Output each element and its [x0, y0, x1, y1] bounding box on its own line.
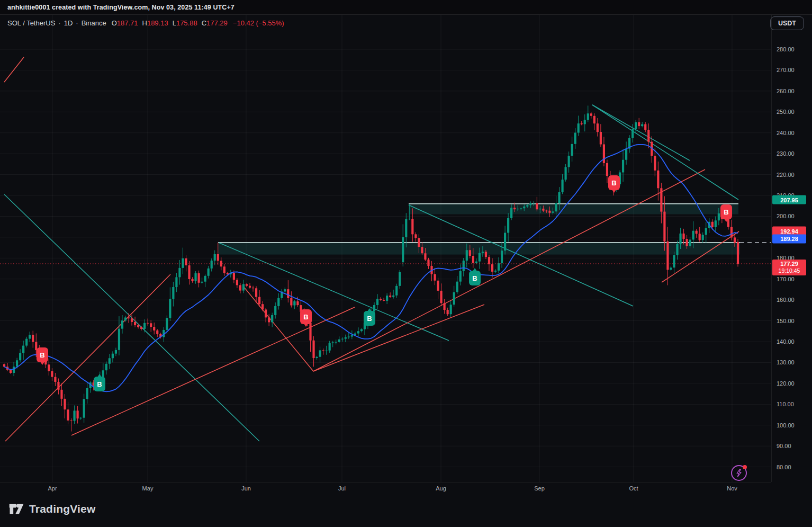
ohlc-key: L [173, 19, 176, 27]
ohlc-item: C177.29 [202, 19, 228, 27]
price-badge: 177.2919:10:45 [772, 260, 806, 275]
badge-price: 177.29 [780, 261, 798, 267]
price-badge: 189.28 [772, 234, 806, 243]
badge-price: 189.28 [780, 236, 798, 242]
change-value: −10.42 (−5.55%) [233, 19, 284, 27]
ohlc-key: C [202, 19, 206, 27]
month-label: Jul [338, 485, 346, 492]
svg-text:B: B [472, 274, 477, 282]
price-tick-label: 80.00 [777, 464, 791, 470]
notification-dot [743, 465, 747, 469]
price-tick-label: 90.00 [777, 443, 791, 449]
ohlc-values: O187.71H189.13L175.88C177.29 [112, 19, 232, 27]
tradingview-chart-window: anhkittie0001 created with TradingView.c… [0, 0, 812, 527]
tradingview-logo-icon [8, 502, 24, 516]
month-label: May [142, 485, 154, 492]
svg-text:B: B [97, 380, 102, 388]
ohlc-value: 189.13 [147, 19, 168, 27]
month-label: Oct [629, 485, 638, 492]
ohlc-key: O [112, 19, 117, 27]
quick-action-lightning-button[interactable] [731, 465, 747, 481]
month-label: Nov [727, 485, 737, 492]
price-tick-label: 130.00 [777, 359, 795, 365]
lightning-icon [735, 469, 743, 477]
price-tick-label: 260.00 [777, 88, 795, 94]
svg-text:B: B [611, 179, 616, 187]
ohlc-value: 187.71 [117, 19, 138, 27]
price-tick-label: 160.00 [777, 297, 795, 303]
month-label: Apr [48, 485, 57, 492]
price-tick-label: 170.00 [777, 276, 795, 282]
price-tick-label: 230.00 [777, 150, 795, 157]
currency-toggle-button[interactable]: USDT [771, 17, 804, 30]
trade-marker-sell[interactable]: B [608, 175, 620, 193]
price-tick-label: 270.00 [777, 67, 795, 73]
symbol-legend[interactable]: SOL / TetherUS · 1D · Binance O187.71H18… [7, 19, 284, 27]
ohlc-item: H189.13 [142, 19, 168, 27]
price-tick-label: 150.00 [777, 318, 795, 324]
price-tick-label: 240.00 [777, 130, 795, 136]
badge-countdown: 19:10:45 [779, 267, 800, 274]
ohlc-key: H [142, 19, 147, 27]
svg-text:B: B [303, 313, 308, 321]
symbol-name[interactable]: SOL / TetherUS [7, 19, 55, 27]
month-label: Jun [241, 485, 251, 492]
exchange-label: Binance [82, 19, 106, 27]
price-tick-label: 250.00 [777, 109, 795, 115]
ohlc-value: 177.29 [206, 19, 228, 27]
candlestick-chart-canvas[interactable]: B B B B B B B [0, 0, 812, 527]
price-tick-label: 110.00 [777, 401, 794, 407]
ohlc-item: O187.71 [112, 19, 138, 27]
ohlc-value: 175.88 [176, 19, 197, 27]
price-tick-label: 120.00 [777, 380, 795, 387]
price-tick-label: 200.00 [777, 213, 795, 219]
legend-separator: · [58, 19, 60, 27]
price-badge: 207.95 [772, 195, 806, 204]
badge-price: 192.94 [780, 228, 798, 234]
legend-separator: · [76, 19, 78, 27]
price-tick-label: 220.00 [777, 172, 795, 178]
brand-footer[interactable]: TradingView [8, 502, 96, 516]
svg-text:B: B [367, 315, 372, 323]
svg-text:B: B [724, 208, 728, 216]
ohlc-item: L175.88 [173, 19, 197, 27]
price-axis[interactable]: 280.00270.00260.00250.00240.00230.00220.… [771, 15, 812, 482]
badge-price: 207.95 [780, 196, 798, 203]
time-axis[interactable]: AprMayJunJulAugSepOctNov [0, 482, 771, 498]
month-label: Aug [436, 485, 446, 492]
price-tick-label: 100.00 [777, 422, 795, 428]
month-label: Sep [534, 485, 545, 492]
price-tick-label: 280.00 [777, 46, 795, 52]
svg-text:B: B [40, 351, 44, 359]
brand-name: TradingView [29, 503, 96, 515]
interval-label[interactable]: 1D [64, 19, 73, 27]
price-tick-label: 140.00 [777, 338, 795, 345]
